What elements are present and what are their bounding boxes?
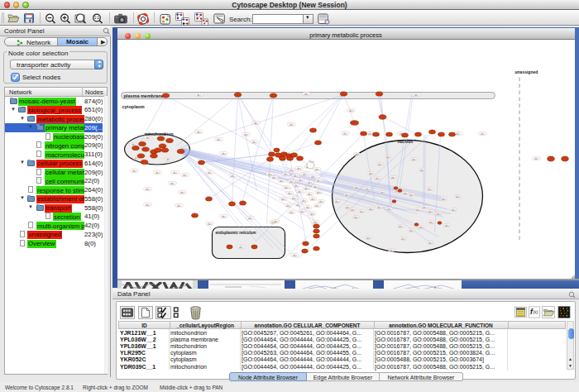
svg-text:ab-c: ab-c [207,222,212,225]
svg-text:ab-c: ab-c [283,172,288,175]
svg-text:ab-c: ab-c [441,197,446,200]
svg-text:ab-c: ab-c [455,194,460,198]
svg-text:plasma membrane: plasma membrane [123,93,163,98]
svg-text:ab-c: ab-c [307,180,312,184]
svg-text:ab-c: ab-c [267,172,272,175]
svg-text:ab-c: ab-c [415,208,420,211]
svg-text:ab-c: ab-c [316,179,321,182]
svg-text:ab-c: ab-c [305,205,310,208]
svg-text:ab-c: ab-c [367,131,372,135]
svg-text:ab-c: ab-c [534,156,538,160]
svg-text:ab-c: ab-c [238,245,243,248]
svg-text:ab-c: ab-c [176,203,181,207]
svg-text:ab-c: ab-c [359,209,364,213]
svg-text:ab-c: ab-c [354,185,359,189]
svg-text:ab-c: ab-c [293,174,298,177]
svg-text:ab-c: ab-c [196,130,201,133]
svg-text:ab-c: ab-c [297,189,302,193]
svg-text:ab-c: ab-c [422,205,427,208]
svg-text:ab-c: ab-c [419,168,424,171]
svg-text:(x): (x) [533,309,538,314]
svg-text:ab-c: ab-c [427,187,432,190]
svg-text:ab-c: ab-c [310,174,315,178]
svg-text:ab-c: ab-c [307,192,312,195]
svg-text:mitochondrion: mitochondrion [144,131,173,136]
svg-text:ab-c: ab-c [480,131,485,135]
svg-text:ab-c: ab-c [285,203,290,207]
svg-text:ab-c: ab-c [247,216,252,219]
svg-text:ab-c: ab-c [376,205,381,208]
svg-text:ab-c: ab-c [182,173,187,176]
svg-text:ab-c: ab-c [368,207,373,210]
svg-text:ab-c: ab-c [221,214,226,218]
svg-text:ab-c: ab-c [145,187,150,190]
svg-text:ab-c: ab-c [221,151,226,155]
svg-text:ab-c: ab-c [411,157,416,160]
svg-text:ab-c: ab-c [309,212,314,215]
svg-text:ab-c: ab-c [366,236,371,239]
svg-text:ab-c: ab-c [298,178,303,181]
svg-text:ab-c: ab-c [313,184,318,188]
svg-text:ab-c: ab-c [409,193,414,196]
svg-text:ab-c: ab-c [145,203,150,206]
svg-text:ab-c: ab-c [377,162,382,165]
svg-text:ab-c: ab-c [294,184,299,187]
svg-text:ab-c: ab-c [146,136,151,140]
svg-text:ab-c: ab-c [428,241,433,244]
svg-text:ab-c: ab-c [243,132,248,136]
svg-text:ab-c: ab-c [390,175,395,179]
svg-text:ab-c: ab-c [365,187,370,190]
svg-text:ab-c: ab-c [310,197,315,200]
svg-text:ab-c: ab-c [428,220,433,223]
svg-text:ab-c: ab-c [280,197,285,200]
svg-text:ab-c: ab-c [400,237,405,240]
svg-text:ab-c: ab-c [251,140,256,143]
svg-text:ab-c: ab-c [289,210,294,213]
svg-text:ab-c: ab-c [380,190,385,194]
svg-text:ab-c: ab-c [314,167,319,170]
svg-text:ab-c: ab-c [289,122,294,126]
svg-text:ab-c: ab-c [253,121,258,124]
svg-text:ab-c: ab-c [207,170,212,174]
svg-text:1:1: 1:1 [94,16,100,20]
svg-text:ab-c: ab-c [398,224,403,227]
svg-text:ab-c: ab-c [314,203,319,207]
svg-text:ab-c: ab-c [295,203,300,206]
svg-text:ab-c: ab-c [342,131,347,135]
svg-text:ab-c: ab-c [348,108,353,112]
svg-text:ab-c: ab-c [334,199,339,203]
svg-text:ab-c: ab-c [216,137,221,141]
svg-text:ab-c: ab-c [170,181,175,184]
svg-text:ab-c: ab-c [291,196,296,199]
svg-text:ab-c: ab-c [230,174,235,177]
svg-text:ab-c: ab-c [345,205,350,208]
svg-text:ab-c: ab-c [419,225,423,228]
svg-text:unassigned: unassigned [514,69,538,74]
svg-text:ab-c: ab-c [409,228,414,232]
svg-text:ab-c: ab-c [350,208,355,211]
svg-text:ab-c: ab-c [389,248,394,251]
svg-text:ab-c: ab-c [196,93,201,96]
svg-text:ab-c: ab-c [375,176,380,179]
svg-text:ab-c: ab-c [287,191,292,194]
svg-text:ab-c: ab-c [354,152,359,155]
svg-text:ab-c: ab-c [299,209,304,213]
svg-text:ab-c: ab-c [414,93,419,96]
svg-text:ab-c: ab-c [279,179,284,182]
svg-text:ab-c: ab-c [301,198,306,202]
svg-text:ab-c: ab-c [436,212,441,215]
svg-text:ab-c: ab-c [179,190,184,194]
svg-text:ab-c: ab-c [403,191,408,194]
svg-text:ab-c: ab-c [313,220,318,223]
svg-text:ab-c: ab-c [289,168,294,171]
svg-text:ab-c: ab-c [284,185,289,189]
svg-text:ab-c: ab-c [132,169,136,172]
svg-text:ab-c: ab-c [292,253,297,256]
svg-text:ab-c: ab-c [304,92,309,95]
svg-text:ab-c: ab-c [455,131,460,135]
svg-text:ab-c: ab-c [368,171,373,174]
svg-text:ab-c: ab-c [316,190,321,194]
svg-text:ab-c: ab-c [304,186,309,189]
svg-text:ab-c: ab-c [271,175,276,179]
svg-text:ab-c: ab-c [385,155,390,158]
